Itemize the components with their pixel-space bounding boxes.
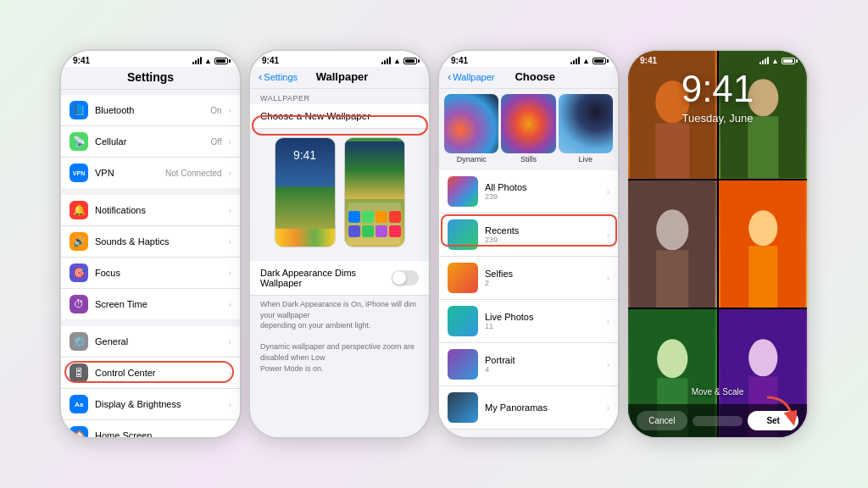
back-button-2[interactable]: ‹ Settings <box>259 70 298 83</box>
settings-item-vpn[interactable]: VPN VPN Not Connected › <box>61 158 240 188</box>
svg-rect-11 <box>748 246 777 308</box>
wifi-icon-2: ▲ <box>393 57 401 65</box>
nav-title-3: Choose <box>494 70 576 83</box>
albums-list: All Photos 239 › Recents 239 › <box>439 170 618 430</box>
phone-set-wallpaper: 9:41 ▲ <box>626 49 809 439</box>
settings-item-focus[interactable]: 🎯 Focus › <box>61 258 240 289</box>
back-label-2: Settings <box>264 72 298 82</box>
live-photos-chevron: › <box>607 317 609 326</box>
homescreen-label: Home Screen <box>95 430 222 437</box>
battery-icon-4 <box>782 58 795 64</box>
phone-wallpaper-settings: 9:41 ▲ ‹ Settings Wa <box>248 49 431 439</box>
status-bar-3: 9:41 ▲ <box>439 51 618 67</box>
album-selfies[interactable]: Selfies 2 › <box>439 257 618 300</box>
panoramas-info: My Panoramas <box>485 402 600 413</box>
desc-line4: Power Mode is on. <box>260 364 324 373</box>
dark-appearance-toggle-row: Dark Appearance Dims Wallpaper <box>250 261 429 296</box>
back-arrow-2: ‹ <box>259 70 262 83</box>
cancel-button[interactable]: Cancel <box>637 411 687 430</box>
selfies-count: 2 <box>485 279 600 287</box>
live-photos-count: 11 <box>485 322 600 330</box>
wallpaper-background: 9:41 Tuesday, June Move & Scale Cancel S… <box>628 51 807 437</box>
settings-item-controlcenter[interactable]: 🎛 Control Center › <box>61 358 240 389</box>
category-live[interactable]: Live <box>559 94 613 165</box>
album-recents[interactable]: Recents 239 › <box>439 214 618 257</box>
display-icon: Aa <box>70 395 88 413</box>
focus-label: Focus <box>95 268 222 278</box>
album-live-photos[interactable]: Live Photos 11 › <box>439 300 618 343</box>
chevron-icon-6: › <box>229 269 231 278</box>
dark-appearance-toggle[interactable] <box>392 270 419 286</box>
settings-item-general[interactable]: ⚙️ General › <box>61 326 240 358</box>
selfies-title: Selfies <box>485 269 600 279</box>
portrait-count: 4 <box>485 365 600 374</box>
nav-bar-1: Settings <box>61 67 240 90</box>
stills-thumb <box>501 94 555 153</box>
settings-item-homescreen[interactable]: 🏠 Home Screen › <box>61 420 240 437</box>
chevron-icon-10: › <box>229 400 231 409</box>
choose-new-wallpaper-btn[interactable]: Choose a New Wallpaper › <box>250 104 429 129</box>
panoramas-thumb <box>448 392 478 423</box>
chevron-icon-3: › <box>229 169 231 178</box>
wifi-icon-1: ▲ <box>204 57 212 65</box>
desc-line2: depending on your ambient light. <box>260 321 371 330</box>
settings-item-screentime[interactable]: ⏱ Screen Time › <box>61 289 240 319</box>
settings-item-bluetooth[interactable]: 📘 Bluetooth On › <box>61 95 240 126</box>
signal-icon-3 <box>570 58 580 64</box>
focus-icon: 🎯 <box>70 263 88 282</box>
screentime-label: Screen Time <box>95 299 222 309</box>
general-icon: ⚙️ <box>70 332 88 351</box>
bluetooth-label: Bluetooth <box>95 105 203 115</box>
album-panoramas[interactable]: My Panoramas › <box>439 386 618 430</box>
category-stills[interactable]: Stills <box>501 94 555 165</box>
recents-info: Recents 239 <box>485 225 600 244</box>
settings-item-sounds[interactable]: 🔊 Sounds & Haptics › <box>61 226 240 258</box>
bluetooth-value: On <box>210 106 221 115</box>
back-arrow-3: ‹ <box>448 70 451 83</box>
status-icons-3: ▲ <box>570 57 606 65</box>
album-all-photos[interactable]: All Photos 239 › <box>439 170 618 214</box>
status-bar-1: 9:41 ▲ <box>61 51 240 67</box>
red-arrow-icon <box>763 393 797 427</box>
chevron-icon-4: › <box>229 206 231 215</box>
category-dynamic[interactable]: Dynamic <box>444 94 498 165</box>
notifications-icon: 🔔 <box>70 201 88 219</box>
status-icons-1: ▲ <box>192 57 228 65</box>
all-photos-count: 239 <box>485 192 600 201</box>
all-photos-info: All Photos 239 <box>485 182 600 201</box>
status-icons-4: ▲ <box>760 57 795 65</box>
chevron-icon: › <box>229 106 231 115</box>
panoramas-title: My Panoramas <box>485 402 600 413</box>
sounds-icon: 🔊 <box>70 232 88 251</box>
settings-item-cellular[interactable]: 📡 Cellular Off › <box>61 126 240 158</box>
svg-point-10 <box>748 210 777 246</box>
portrait-title: Portrait <box>485 355 600 365</box>
set-button-2[interactable] <box>693 416 743 426</box>
lock-bg: 9:41 <box>275 138 335 247</box>
battery-icon-3 <box>593 58 606 64</box>
back-button-3[interactable]: ‹ Wallpaper <box>448 70 494 83</box>
portrait-thumb <box>448 349 478 380</box>
signal-icon-1 <box>192 58 202 64</box>
battery-icon-1 <box>214 58 228 64</box>
chevron-icon-11: › <box>229 431 231 438</box>
album-portrait[interactable]: Portrait 4 › <box>439 343 618 386</box>
choose-label: Choose a New Wallpaper <box>260 111 370 121</box>
svg-point-7 <box>656 209 688 250</box>
wallpaper-time: 9:41 <box>628 68 807 110</box>
bluetooth-icon: 📘 <box>70 101 88 119</box>
wallpaper-settings-content: WALLPAPER Choose a New Wallpaper › 9:41 <box>250 89 429 437</box>
dynamic-label: Dynamic <box>444 153 498 165</box>
settings-list: 📘 Bluetooth On › 📡 Cellular Off › VPN VP… <box>61 90 240 437</box>
preview-lock-time: 9:41 <box>293 148 316 162</box>
notifications-label: Notifications <box>95 205 222 215</box>
live-label: Live <box>559 153 613 165</box>
portrait-info: Portrait 4 <box>485 355 600 374</box>
choose-wallpaper-content: Dynamic Stills Live <box>439 89 618 437</box>
settings-item-display[interactable]: Aa Display & Brightness › <box>61 389 240 420</box>
status-time-4: 9:41 <box>640 56 657 65</box>
settings-item-notifications[interactable]: 🔔 Notifications › <box>61 195 240 226</box>
live-photos-info: Live Photos 11 <box>485 312 600 330</box>
status-icons-2: ▲ <box>381 57 417 65</box>
controlcenter-icon: 🎛 <box>70 363 88 382</box>
